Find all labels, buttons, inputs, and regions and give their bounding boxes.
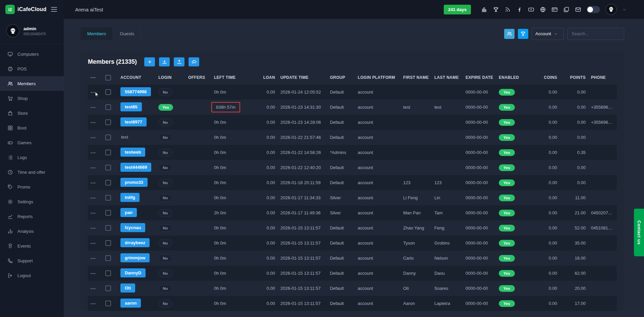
sidebar-avatar[interactable] bbox=[6, 24, 19, 38]
chevron-down-icon[interactable] bbox=[622, 7, 627, 12]
row-checkbox[interactable] bbox=[105, 119, 111, 125]
ranking-button[interactable] bbox=[518, 29, 528, 39]
add-member-button[interactable] bbox=[144, 57, 155, 66]
account-link[interactable]: test444669 bbox=[120, 163, 152, 172]
account-link[interactable]: aaron bbox=[120, 299, 141, 308]
account-link[interactable]: grimmjow bbox=[120, 253, 150, 262]
sidebar-item-store[interactable]: Store bbox=[0, 106, 64, 120]
sidebar-item-events[interactable]: Events bbox=[0, 239, 64, 253]
account-link[interactable]: drraybeez bbox=[120, 238, 150, 247]
sidebar-item-members[interactable]: Members bbox=[0, 76, 64, 91]
row-checkbox[interactable] bbox=[105, 225, 111, 231]
row-actions-button[interactable]: ••• bbox=[91, 151, 96, 155]
stats-icon[interactable] bbox=[481, 6, 487, 13]
row-actions-button[interactable]: ••• bbox=[91, 181, 96, 185]
row-checkbox[interactable] bbox=[105, 104, 111, 110]
sidebar-item-shop[interactable]: Shop bbox=[0, 91, 64, 106]
row-actions-button[interactable]: ••• bbox=[91, 91, 96, 94]
row-actions-button[interactable]: ••• bbox=[91, 257, 96, 260]
sidebar-item-support[interactable]: Support bbox=[0, 253, 64, 268]
upload-button[interactable] bbox=[174, 57, 184, 66]
row-checkbox[interactable] bbox=[105, 270, 111, 276]
account-link[interactable]: DannyD bbox=[120, 268, 146, 277]
sidebar-item-boot[interactable]: Boot bbox=[0, 120, 64, 135]
rss-icon[interactable] bbox=[504, 6, 511, 13]
account-link[interactable]: test bbox=[120, 133, 129, 142]
row-checkbox[interactable] bbox=[105, 210, 111, 216]
row-actions-button[interactable]: ••• bbox=[91, 166, 96, 170]
row-checkbox[interactable] bbox=[105, 301, 111, 306]
mail-icon[interactable] bbox=[575, 6, 581, 13]
row-checkbox[interactable] bbox=[105, 195, 111, 201]
row-actions-button[interactable]: ••• bbox=[91, 121, 96, 124]
youtube-icon[interactable] bbox=[528, 6, 534, 13]
table-row: ••• test444669 No 0h 0m 0.00 2026-01-22 … bbox=[88, 160, 617, 175]
sidebar-item-settings[interactable]: Settings bbox=[0, 194, 64, 209]
row-checkbox[interactable] bbox=[105, 255, 111, 261]
first-name-cell: Danny bbox=[400, 266, 432, 281]
card-icon[interactable] bbox=[551, 6, 558, 13]
layers-icon[interactable] bbox=[563, 6, 570, 13]
sidebar-item-pos[interactable]: POS bbox=[0, 61, 64, 76]
row-checkbox[interactable] bbox=[105, 135, 111, 140]
hamburger-menu-icon[interactable] bbox=[50, 6, 58, 13]
search-field-select[interactable]: Account bbox=[532, 28, 564, 40]
search-input[interactable] bbox=[567, 28, 624, 40]
row-checkbox[interactable] bbox=[105, 285, 111, 291]
phone-cell bbox=[588, 130, 617, 145]
row-actions-button[interactable]: ••• bbox=[91, 196, 96, 200]
row-actions-button[interactable]: ••• bbox=[91, 226, 96, 230]
select-all-checkbox[interactable] bbox=[105, 75, 111, 81]
sidebar-item-reports[interactable]: Reports bbox=[0, 209, 64, 224]
row-checkbox[interactable] bbox=[105, 89, 111, 95]
points-cell: 16.00 bbox=[560, 251, 588, 266]
account-link[interactable]: test85 bbox=[120, 102, 142, 111]
row-actions-button[interactable]: ••• bbox=[91, 211, 96, 215]
row-checkbox[interactable] bbox=[105, 180, 111, 186]
tab-guests[interactable]: Guests bbox=[113, 28, 141, 40]
account-link[interactable]: pan bbox=[120, 208, 137, 217]
facebook-icon[interactable] bbox=[516, 6, 523, 13]
enabled-badge: Yes bbox=[499, 240, 515, 247]
sidebar-item-logout[interactable]: Logout bbox=[0, 268, 64, 283]
tab-members[interactable]: Members bbox=[80, 28, 113, 40]
account-link[interactable]: test8977 bbox=[120, 117, 147, 126]
members-filter-button[interactable] bbox=[504, 29, 515, 39]
row-actions-button[interactable]: ••• bbox=[91, 287, 96, 290]
row-actions-button[interactable]: ••• bbox=[91, 302, 96, 306]
phone-cell bbox=[588, 235, 617, 251]
cloud-download-button[interactable] bbox=[189, 57, 199, 66]
sidebar-item-games[interactable]: Games bbox=[0, 135, 64, 150]
first-name-cell: Aaron bbox=[400, 296, 432, 311]
row-actions-button[interactable]: ••• bbox=[91, 272, 96, 275]
account-link[interactable]: promo33 bbox=[120, 178, 148, 187]
sidebar-item-computers[interactable]: Computers bbox=[0, 47, 64, 61]
sidebar-item-promo[interactable]: Promo bbox=[0, 179, 64, 194]
sidebar-item-time-and-offer[interactable]: Time and offer bbox=[0, 165, 64, 179]
contact-us-button[interactable]: Contact us bbox=[634, 209, 644, 256]
account-link[interactable]: Oti bbox=[120, 283, 135, 293]
row-actions-button[interactable]: ••• bbox=[91, 242, 96, 245]
trophy-icon[interactable] bbox=[493, 6, 499, 13]
app-logo[interactable]: i2 iCafeCloud bbox=[5, 5, 46, 14]
row-actions-button[interactable]: ••• bbox=[91, 136, 96, 140]
row-checkbox[interactable] bbox=[105, 165, 111, 170]
theme-toggle[interactable] bbox=[587, 6, 600, 13]
account-link[interactable]: lnlifg bbox=[120, 193, 140, 202]
offers-cell bbox=[185, 130, 211, 145]
account-link[interactable]: 558774998 bbox=[120, 87, 151, 96]
row-checkbox[interactable] bbox=[105, 150, 111, 155]
sidebar-item-logs[interactable]: Logs bbox=[0, 150, 64, 165]
header-actions-button[interactable]: ••• bbox=[91, 76, 96, 80]
sidebar-item-analysis[interactable]: Analysis bbox=[0, 224, 64, 239]
days-remaining-badge[interactable]: 241 days bbox=[444, 5, 471, 14]
row-checkbox[interactable] bbox=[105, 240, 111, 246]
account-link[interactable]: testweb bbox=[120, 148, 145, 157]
row-actions-button[interactable]: ••• bbox=[91, 106, 96, 109]
user-avatar[interactable] bbox=[605, 4, 617, 15]
last-name-cell bbox=[432, 145, 463, 160]
brand-zone: i2 iCafeCloud bbox=[0, 0, 64, 19]
account-link[interactable]: fzycnau bbox=[120, 223, 145, 232]
download-button[interactable] bbox=[159, 57, 170, 66]
globe-icon[interactable] bbox=[540, 6, 546, 13]
